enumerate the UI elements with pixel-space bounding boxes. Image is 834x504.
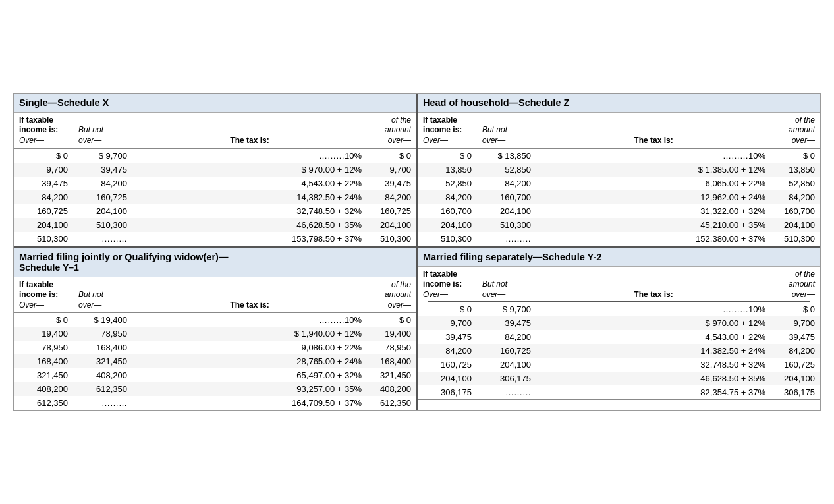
cell-tax: ………10% bbox=[132, 313, 367, 327]
schedule-y2-header: Married filing separately—Schedule Y-2 bbox=[418, 248, 820, 267]
cell-amount: 160,725 bbox=[367, 204, 416, 218]
cell-not-over: 204,100 bbox=[477, 204, 536, 218]
table-row: 510,300………153,798.50 + 37%510,300 bbox=[14, 232, 416, 246]
cell-amount: 78,950 bbox=[367, 341, 416, 354]
cell-not-over: ……… bbox=[73, 396, 132, 410]
schedule-z-table: $ 0$ 13,850………10%$ 013,85052,850$ 1,385.… bbox=[418, 148, 820, 246]
cell-tax: 4,543.00 + 22% bbox=[132, 177, 367, 190]
schedule-y1-section: Married filing jointly or Qualifying wid… bbox=[14, 248, 418, 411]
cell-over: 52,850 bbox=[418, 177, 477, 190]
cell-amount: 39,475 bbox=[367, 177, 416, 190]
table-row: 321,450408,20065,497.00 + 32%321,450 bbox=[14, 368, 416, 382]
cell-over: 9,700 bbox=[14, 163, 73, 177]
cell-not-over: 204,100 bbox=[73, 204, 132, 218]
table-row: 84,200160,72514,382.50 + 24%84,200 bbox=[14, 190, 416, 204]
cell-over: 204,100 bbox=[418, 372, 477, 385]
cell-tax: ………10% bbox=[536, 148, 771, 163]
table-row: 306,175………82,354.75 + 37%306,175 bbox=[418, 385, 820, 400]
schedule-x-col-headers: If taxable income is: Over— But not over… bbox=[14, 113, 416, 148]
bottom-half: Married filing jointly or Qualifying wid… bbox=[14, 248, 820, 411]
table-row: $ 0$ 13,850………10%$ 0 bbox=[418, 148, 820, 163]
hdr-y1-tax: The tax is: bbox=[138, 300, 362, 311]
hdr-y1-amount: of the amount over— bbox=[362, 280, 411, 311]
cell-amount: $ 0 bbox=[771, 148, 820, 163]
cell-not-over: 306,175 bbox=[477, 372, 536, 385]
hdr-y2-over: If taxable income is: Over— bbox=[423, 269, 482, 300]
cell-amount: $ 0 bbox=[367, 313, 416, 327]
cell-tax: 6,065.00 + 22% bbox=[536, 177, 771, 190]
cell-not-over: 39,475 bbox=[73, 163, 132, 177]
cell-over: 510,300 bbox=[14, 232, 73, 246]
schedule-y1-title2: Schedule Y–1 bbox=[19, 262, 411, 273]
table-row: 612,350………164,709.50 + 37%612,350 bbox=[14, 396, 416, 410]
cell-not-over: $ 19,400 bbox=[73, 313, 132, 327]
hdr-x-over: If taxable income is: Over— bbox=[19, 115, 78, 146]
cell-not-over: 321,450 bbox=[73, 354, 132, 368]
cell-tax: 28,765.00 + 24% bbox=[132, 354, 367, 368]
hdr-z-amount: of the amount over— bbox=[765, 115, 815, 146]
cell-over: 19,400 bbox=[14, 327, 73, 341]
cell-over: 160,725 bbox=[14, 204, 73, 218]
cell-tax: 65,497.00 + 32% bbox=[132, 368, 367, 382]
schedule-y2-table: $ 0$ 9,700………10%$ 09,70039,475$ 970.00 +… bbox=[418, 302, 820, 400]
cell-tax: 46,628.50 + 35% bbox=[536, 372, 771, 385]
cell-over: 9,700 bbox=[418, 316, 477, 330]
cell-over: 84,200 bbox=[418, 190, 477, 204]
cell-amount: $ 0 bbox=[367, 148, 416, 163]
cell-amount: 160,725 bbox=[771, 358, 820, 372]
cell-over: 612,350 bbox=[14, 396, 73, 410]
cell-tax: 93,257.00 + 35% bbox=[132, 382, 367, 396]
cell-not-over: 39,475 bbox=[477, 316, 536, 330]
cell-tax: $ 1,940.00 + 12% bbox=[132, 327, 367, 341]
cell-amount: 510,300 bbox=[771, 232, 820, 246]
schedule-z-title: Head of household—Schedule Z bbox=[423, 98, 569, 108]
hdr-y2-not-over: But not over— bbox=[482, 279, 542, 300]
schedule-y2-col-headers: If taxable income is: Over— But not over… bbox=[418, 267, 820, 302]
cell-not-over: 84,200 bbox=[477, 330, 536, 344]
table-row: $ 0$ 9,700………10%$ 0 bbox=[418, 302, 820, 317]
cell-tax: 9,086.00 + 22% bbox=[132, 341, 367, 354]
table-row: 160,700204,10031,322.00 + 32%160,700 bbox=[418, 204, 820, 218]
cell-amount: 84,200 bbox=[771, 344, 820, 358]
cell-not-over: ……… bbox=[477, 232, 536, 246]
hdr-y1-over: If taxable income is: Over— bbox=[19, 280, 78, 311]
cell-not-over: 510,300 bbox=[477, 218, 536, 232]
hdr-y2-amount: of the amount over— bbox=[765, 269, 815, 300]
table-row: 408,200612,35093,257.00 + 35%408,200 bbox=[14, 382, 416, 396]
cell-amount: 168,400 bbox=[367, 354, 416, 368]
cell-amount: 84,200 bbox=[771, 190, 820, 204]
cell-not-over: 84,200 bbox=[477, 177, 536, 190]
cell-amount: 204,100 bbox=[367, 218, 416, 232]
schedule-y2-title: Married filing separately—Schedule Y-2 bbox=[423, 252, 601, 262]
cell-amount: 321,450 bbox=[367, 368, 416, 382]
cell-tax: 153,798.50 + 37% bbox=[132, 232, 367, 246]
hdr-x-not-over: But not over— bbox=[78, 125, 138, 146]
cell-not-over: $ 9,700 bbox=[73, 148, 132, 163]
schedule-x-title: Single—Schedule X bbox=[19, 98, 109, 108]
table-row: $ 0$ 19,400………10%$ 0 bbox=[14, 313, 416, 327]
cell-not-over: 160,725 bbox=[477, 344, 536, 358]
table-row: 52,85084,2006,065.00 + 22%52,850 bbox=[418, 177, 820, 190]
cell-not-over: 160,700 bbox=[477, 190, 536, 204]
cell-tax: $ 970.00 + 12% bbox=[536, 316, 771, 330]
cell-over: 39,475 bbox=[418, 330, 477, 344]
cell-not-over: ……… bbox=[477, 385, 536, 400]
hdr-x-amount: of the amount over— bbox=[362, 115, 411, 146]
cell-amount: 84,200 bbox=[367, 190, 416, 204]
table-row: 84,200160,72514,382.50 + 24%84,200 bbox=[418, 344, 820, 358]
cell-not-over: $ 13,850 bbox=[477, 148, 536, 163]
cell-not-over: $ 9,700 bbox=[477, 302, 536, 317]
cell-tax: 31,322.00 + 32% bbox=[536, 204, 771, 218]
hdr-x-tax: The tax is: bbox=[138, 136, 362, 146]
schedule-z-col-headers: If taxable income is: Over— But not over… bbox=[418, 113, 820, 148]
cell-tax: 4,543.00 + 22% bbox=[536, 330, 771, 344]
cell-over: 39,475 bbox=[14, 177, 73, 190]
schedule-y1-table: $ 0$ 19,400………10%$ 019,40078,950$ 1,940.… bbox=[14, 312, 416, 410]
schedule-y1-header: Married filing jointly or Qualifying wid… bbox=[14, 248, 416, 277]
cell-tax: $ 970.00 + 12% bbox=[132, 163, 367, 177]
schedule-z-header-row: If taxable income is: Over— But not over… bbox=[423, 115, 815, 148]
table-row: 9,70039,475$ 970.00 + 12%9,700 bbox=[418, 316, 820, 330]
schedule-y1-header-row: If taxable income is: Over— But not over… bbox=[19, 280, 411, 312]
cell-tax: $ 1,385.00 + 12% bbox=[536, 163, 771, 177]
cell-not-over: 52,850 bbox=[477, 163, 536, 177]
